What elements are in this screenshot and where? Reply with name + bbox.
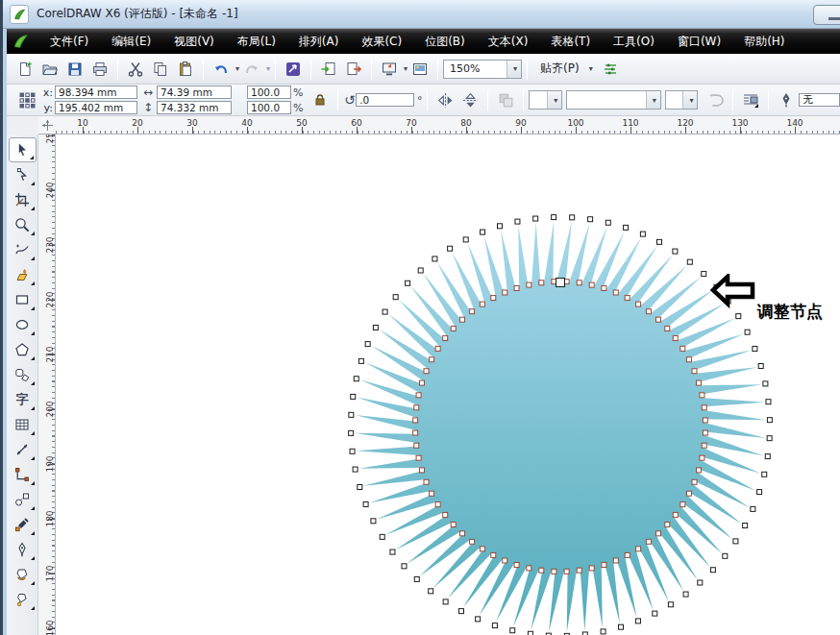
tip-node[interactable] — [723, 553, 728, 558]
tip-node[interactable] — [406, 281, 410, 285]
inner-node[interactable] — [451, 326, 456, 330]
inner-node[interactable] — [480, 547, 484, 551]
inner-node[interactable] — [414, 443, 419, 448]
welcome-screen-button[interactable] — [408, 58, 432, 81]
inner-node[interactable] — [625, 552, 630, 557]
interactive-fill-tool[interactable] — [9, 587, 37, 612]
inner-node[interactable] — [680, 502, 685, 507]
freehand-tool[interactable] — [9, 237, 37, 262]
object-width-field[interactable]: 74.39 mm — [157, 85, 232, 99]
fill-tool[interactable] — [9, 562, 37, 587]
x-position-field[interactable]: 98.394 mm — [55, 85, 137, 99]
inner-node[interactable] — [602, 285, 606, 290]
inner-node[interactable] — [692, 479, 697, 484]
y-position-field[interactable]: 195.402 mm — [55, 101, 137, 114]
tip-node[interactable] — [354, 377, 358, 381]
inner-node[interactable] — [646, 539, 651, 544]
tip-node[interactable] — [758, 363, 763, 368]
tip-node[interactable] — [390, 550, 395, 554]
inner-node[interactable] — [625, 296, 630, 301]
inner-node[interactable] — [697, 468, 702, 473]
inner-node[interactable] — [435, 346, 440, 351]
menu-effects[interactable]: 效果(C) — [350, 30, 413, 54]
inner-node[interactable] — [692, 369, 697, 374]
pick-tool[interactable] — [9, 137, 37, 162]
inner-node[interactable] — [413, 430, 418, 435]
inner-node[interactable] — [577, 281, 581, 285]
tip-node[interactable] — [762, 472, 767, 476]
tip-node[interactable] — [510, 628, 515, 633]
title-bar[interactable]: CorelDRAW X6 (评估版) - [未命名 -1] — [0, 0, 840, 29]
inner-node[interactable] — [451, 523, 456, 527]
table-tool[interactable] — [9, 412, 37, 437]
horizontal-ruler[interactable]: 102030405060708090100110120130140150 — [56, 116, 840, 134]
inner-node[interactable] — [700, 393, 704, 398]
inner-node[interactable] — [686, 491, 691, 496]
tip-node[interactable] — [683, 592, 688, 597]
tip-node[interactable] — [373, 325, 378, 330]
mirror-vertical-button[interactable] — [458, 88, 482, 111]
options-button[interactable] — [599, 58, 622, 81]
wrap-text-button[interactable] — [739, 88, 762, 111]
tip-node[interactable] — [745, 330, 750, 334]
menu-bitmaps[interactable]: 位图(B) — [413, 30, 477, 54]
inner-node[interactable] — [646, 309, 651, 314]
tip-node[interactable] — [350, 449, 355, 453]
tip-node[interactable] — [353, 467, 358, 472]
inner-node[interactable] — [636, 302, 641, 306]
snap-dropdown[interactable]: ▾ — [589, 64, 593, 73]
save-button[interactable] — [63, 58, 86, 81]
tip-node[interactable] — [497, 224, 502, 229]
export-button[interactable] — [342, 58, 365, 81]
tip-node[interactable] — [753, 347, 757, 352]
inner-node[interactable] — [430, 357, 434, 362]
tip-node[interactable] — [393, 295, 398, 300]
tip-node[interactable] — [414, 576, 419, 581]
inner-node[interactable] — [673, 512, 678, 517]
tip-node[interactable] — [380, 534, 384, 539]
redo-button[interactable] — [240, 58, 263, 81]
inner-node[interactable] — [680, 346, 685, 351]
scale-horizontal-field[interactable]: 100.0 — [247, 85, 291, 99]
import-button[interactable] — [317, 58, 340, 81]
tip-node[interactable] — [515, 219, 520, 224]
text-tool[interactable]: 字 — [9, 387, 37, 412]
zoom-level-combobox[interactable]: 150% ▾ — [443, 60, 522, 79]
minimize-button[interactable] — [813, 5, 840, 25]
menu-text[interactable]: 文本(X) — [477, 30, 540, 54]
lock-ratio-button[interactable] — [309, 88, 332, 111]
inner-node[interactable] — [430, 491, 434, 496]
inner-node[interactable] — [703, 418, 707, 423]
tip-node[interactable] — [767, 436, 772, 441]
menu-window[interactable]: 窗口(W) — [666, 30, 732, 54]
inner-node[interactable] — [419, 380, 424, 385]
outline-pen-tool[interactable] — [9, 537, 37, 562]
inner-node[interactable] — [686, 357, 691, 362]
menu-file[interactable]: 文件(F) — [38, 30, 100, 54]
menu-tools[interactable]: 工具(O) — [602, 30, 666, 54]
open-button[interactable] — [38, 58, 62, 81]
inner-node[interactable] — [419, 468, 424, 473]
menu-view[interactable]: 视图(V) — [162, 30, 226, 54]
tip-node[interactable] — [349, 412, 354, 417]
application-launcher-button[interactable] — [378, 58, 401, 81]
tip-node[interactable] — [624, 225, 629, 230]
ruler-origin[interactable] — [38, 116, 56, 134]
redo-dropdown[interactable]: ▾ — [266, 64, 270, 73]
inner-node[interactable] — [470, 309, 475, 314]
inner-node[interactable] — [424, 369, 429, 374]
tip-node[interactable] — [668, 602, 673, 607]
basic-shapes-tool[interactable] — [9, 362, 37, 387]
tip-node[interactable] — [371, 519, 376, 524]
inner-node[interactable] — [577, 568, 581, 573]
shape-tool[interactable] — [9, 162, 37, 187]
tip-node[interactable] — [635, 619, 640, 623]
tip-node[interactable] — [432, 256, 437, 261]
menu-help[interactable]: 帮助(H) — [732, 30, 796, 54]
print-button[interactable] — [88, 58, 111, 81]
inner-node[interactable] — [514, 285, 519, 290]
inner-node[interactable] — [503, 290, 507, 295]
tip-node[interactable] — [358, 485, 362, 490]
tip-node[interactable] — [363, 501, 368, 506]
crop-tool[interactable] — [9, 187, 37, 212]
